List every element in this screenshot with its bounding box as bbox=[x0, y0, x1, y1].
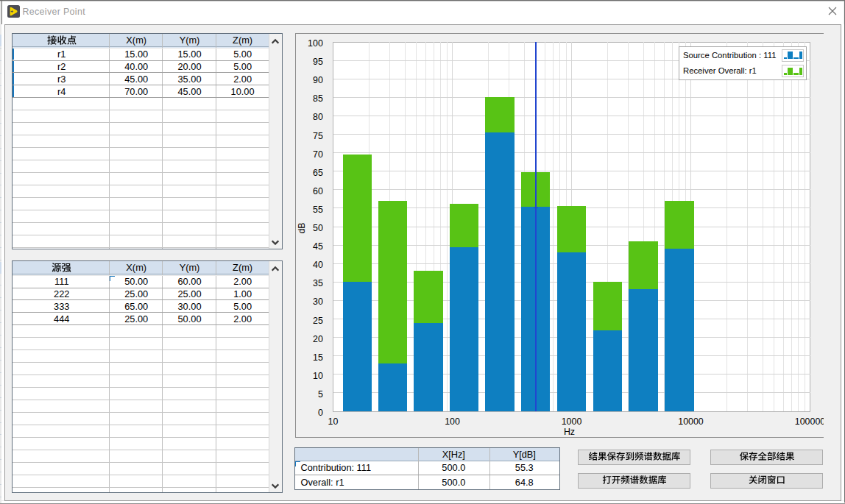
svg-text:100: 100 bbox=[445, 416, 460, 427]
svg-text:1000: 1000 bbox=[561, 416, 581, 427]
svg-text:70: 70 bbox=[313, 149, 323, 160]
svg-text:100: 100 bbox=[308, 38, 323, 49]
svg-text:45: 45 bbox=[313, 241, 323, 252]
svg-text:dB: dB bbox=[297, 222, 307, 233]
svg-text:10: 10 bbox=[313, 371, 323, 381]
svg-text:85: 85 bbox=[313, 93, 323, 104]
svg-text:75: 75 bbox=[313, 131, 323, 141]
svg-text:50: 50 bbox=[313, 223, 323, 233]
svg-text:30: 30 bbox=[313, 297, 323, 307]
svg-text:65: 65 bbox=[313, 168, 323, 178]
svg-text:5: 5 bbox=[317, 389, 322, 400]
svg-text:60: 60 bbox=[313, 186, 323, 196]
svg-text:Receiver Overall: r1: Receiver Overall: r1 bbox=[683, 66, 757, 75]
svg-text:15: 15 bbox=[313, 352, 323, 363]
svg-text:80: 80 bbox=[313, 112, 323, 122]
svg-text:90: 90 bbox=[313, 75, 323, 85]
svg-text:10000: 10000 bbox=[678, 416, 704, 427]
svg-text:100000: 100000 bbox=[794, 416, 824, 427]
svg-text:Source Contribution : 111: Source Contribution : 111 bbox=[683, 51, 776, 60]
svg-text:20: 20 bbox=[313, 334, 323, 344]
svg-text:25: 25 bbox=[313, 316, 323, 326]
svg-text:55: 55 bbox=[313, 205, 323, 215]
svg-text:0: 0 bbox=[317, 408, 322, 418]
svg-text:35: 35 bbox=[313, 278, 323, 288]
svg-text:40: 40 bbox=[313, 260, 323, 270]
svg-text:10: 10 bbox=[328, 416, 338, 427]
svg-text:95: 95 bbox=[313, 57, 323, 67]
svg-text:Hz: Hz bbox=[563, 427, 574, 437]
